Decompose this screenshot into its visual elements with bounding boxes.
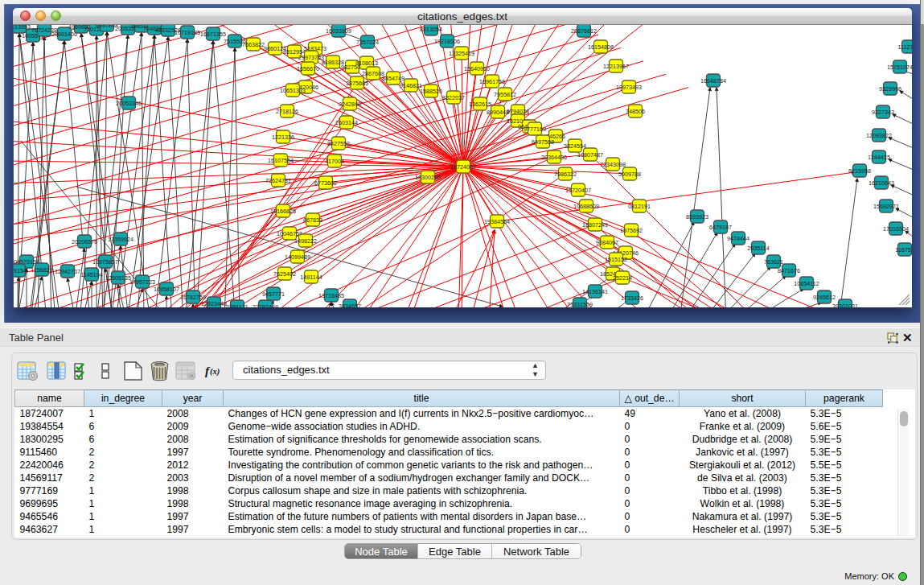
- svg-text:20876812: 20876812: [571, 27, 597, 35]
- svg-text:1975692: 1975692: [620, 227, 643, 234]
- svg-text:13716485: 13716485: [318, 292, 344, 299]
- svg-text:1362615: 1362615: [469, 101, 491, 108]
- svg-text:867833: 867833: [303, 216, 322, 224]
- svg-text:6497568: 6497568: [532, 138, 554, 146]
- svg-text:6479197: 6479197: [709, 224, 732, 231]
- svg-text:72343098: 72343098: [600, 161, 626, 168]
- svg-text:8108013: 8108013: [355, 60, 378, 67]
- svg-text:1615152: 1615152: [605, 256, 627, 263]
- svg-text:14136141: 14136141: [582, 288, 608, 295]
- svg-text:9227343: 9227343: [872, 109, 894, 116]
- svg-text:763621: 763621: [764, 258, 783, 266]
- svg-text:2935114: 2935114: [747, 245, 769, 252]
- svg-text:29973763: 29973763: [298, 54, 324, 61]
- svg-text:2603144: 2603144: [335, 119, 358, 126]
- svg-text:20206576: 20206576: [72, 238, 97, 245]
- svg-text:18807249: 18807249: [582, 221, 608, 229]
- svg-text:15640910: 15640910: [464, 65, 490, 72]
- svg-text:16107554: 16107554: [268, 157, 294, 164]
- svg-text:10688609: 10688609: [573, 203, 599, 210]
- svg-text:15692971: 15692971: [873, 203, 899, 210]
- svg-text:417004: 417004: [325, 158, 344, 165]
- svg-text:10654112: 10654112: [794, 280, 819, 287]
- svg-text:16210643: 16210643: [869, 179, 894, 187]
- svg-text:10958107: 10958107: [154, 286, 179, 293]
- svg-text:1733426: 1733426: [621, 295, 643, 302]
- svg-text:18300295: 18300295: [415, 174, 441, 181]
- svg-text:20364436: 20364436: [541, 154, 567, 161]
- svg-text:1244415: 1244415: [868, 154, 890, 161]
- svg-text:12213967: 12213967: [603, 63, 629, 70]
- svg-text:16154808: 16154808: [588, 43, 614, 51]
- svg-text:1156829: 1156829: [31, 266, 52, 274]
- svg-text:19166825: 19166825: [270, 208, 296, 215]
- svg-text:9329966: 9329966: [879, 85, 901, 93]
- svg-text:1588520: 1588520: [420, 88, 442, 95]
- svg-text:19384554: 19384554: [484, 218, 510, 225]
- svg-text:15751074: 15751074: [887, 64, 912, 71]
- svg-text:16961758: 16961758: [479, 78, 505, 85]
- svg-text:1145194: 1145194: [80, 271, 102, 278]
- svg-text:116753: 116753: [895, 246, 912, 253]
- svg-text:3824554: 3824554: [564, 142, 586, 150]
- svg-text:14099489: 14099489: [285, 253, 310, 261]
- svg-text:0812191: 0812191: [628, 203, 651, 210]
- svg-text:10975857: 10975857: [92, 258, 118, 266]
- svg-text:8322037: 8322037: [442, 94, 465, 101]
- svg-text:39154: 39154: [14, 267, 27, 274]
- svg-text:17016504: 17016504: [883, 225, 909, 233]
- svg-text:12093822: 12093822: [866, 132, 892, 139]
- svg-text:17957223: 17957223: [129, 278, 155, 286]
- svg-text:10973493: 10973493: [616, 84, 642, 91]
- svg-text:6794028: 6794028: [507, 108, 529, 115]
- svg-text:8813054: 8813054: [420, 26, 442, 33]
- svg-text:8593923: 8593923: [686, 213, 708, 220]
- svg-text:16671355: 16671355: [200, 31, 226, 38]
- svg-text:16648784: 16648784: [700, 77, 726, 84]
- svg-text:19218506: 19218506: [434, 38, 460, 45]
- svg-text:6773602: 6773602: [314, 179, 337, 187]
- svg-text:71331509: 71331509: [567, 301, 593, 308]
- svg-text:15720407: 15720407: [565, 187, 591, 194]
- svg-text:72624731: 72624731: [265, 177, 291, 184]
- svg-text:2718126: 2718126: [276, 108, 298, 115]
- svg-text:12505135: 12505135: [105, 274, 131, 282]
- svg-text:10651333: 10651333: [280, 87, 306, 94]
- svg-text:12942737: 12942737: [55, 268, 80, 275]
- svg-text:12923448: 12923448: [201, 300, 227, 307]
- svg-text:20053346: 20053346: [116, 100, 142, 107]
- svg-text:1221336: 1221336: [272, 134, 294, 141]
- svg-text:12325419: 12325419: [449, 50, 474, 57]
- svg-text:9457771: 9457771: [262, 290, 285, 298]
- svg-text:9777169: 9777169: [524, 126, 546, 133]
- svg-text:1112748: 1112748: [898, 43, 912, 51]
- svg-text:7955812: 7955812: [494, 91, 516, 98]
- svg-text:748506: 748506: [626, 108, 645, 115]
- svg-text:2867608: 2867608: [362, 70, 384, 77]
- svg-text:7625402: 7625402: [273, 270, 296, 278]
- svg-text:17359924: 17359924: [108, 236, 133, 243]
- svg-text:18724007: 18724007: [450, 163, 476, 171]
- svg-text:8215958: 8215958: [848, 167, 871, 175]
- svg-text:9245612: 9245612: [813, 294, 836, 301]
- svg-text:39301031: 39301031: [832, 303, 858, 308]
- svg-text:7357224: 7357224: [356, 39, 379, 46]
- svg-text:0391171: 0391171: [226, 303, 248, 308]
- svg-text:7986322: 7986322: [554, 171, 577, 178]
- svg-text:9146821: 9146821: [400, 82, 422, 89]
- svg-text:8454749: 8454749: [382, 75, 405, 82]
- svg-text:10719185: 10719185: [175, 29, 200, 36]
- svg-text:1498222: 1498222: [294, 237, 317, 245]
- svg-text:9474444: 9474444: [727, 235, 749, 242]
- svg-text:252214: 252214: [613, 274, 632, 282]
- svg-text:16033809: 16033809: [326, 27, 351, 35]
- svg-text:8990448: 8990448: [487, 109, 509, 116]
- svg-text:7663822: 7663822: [242, 41, 265, 48]
- svg-text:1491144: 1491144: [300, 274, 322, 281]
- svg-text:22782489: 22782489: [253, 303, 278, 308]
- svg-text:10807487: 10807487: [577, 151, 603, 159]
- svg-text:9084067: 9084067: [596, 239, 618, 246]
- svg-text:3875685: 3875685: [346, 80, 368, 87]
- svg-text:(x): (x): [210, 367, 220, 377]
- svg-text:5009788: 5009788: [618, 171, 641, 178]
